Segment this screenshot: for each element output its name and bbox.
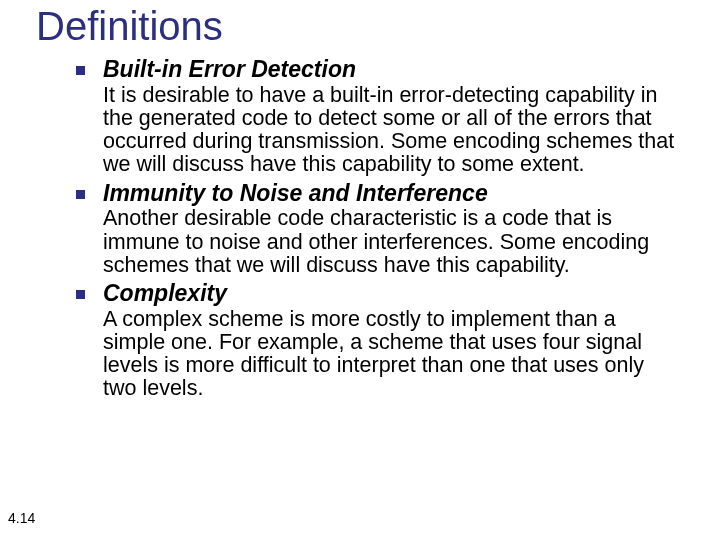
slide: Definitions Built-in Error Detection It … [0, 0, 720, 401]
item-heading: Complexity [103, 279, 227, 308]
list-item: Complexity A complex scheme is more cost… [76, 279, 682, 401]
item-body: Another desirable code characteristic is… [103, 207, 682, 277]
bullet-list: Built-in Error Detection It is desirable… [76, 55, 682, 401]
square-bullet-icon [76, 290, 85, 299]
square-bullet-icon [76, 190, 85, 199]
list-item: Built-in Error Detection It is desirable… [76, 55, 682, 177]
item-heading: Built-in Error Detection [103, 55, 356, 84]
item-body: A complex scheme is more costly to imple… [103, 308, 682, 401]
slide-title: Definitions [36, 4, 692, 49]
page-number: 4.14 [8, 510, 35, 526]
item-heading: Immunity to Noise and Interference [103, 179, 488, 208]
item-body: It is desirable to have a built-in error… [103, 84, 682, 177]
list-item: Immunity to Noise and Interference Anoth… [76, 179, 682, 277]
square-bullet-icon [76, 66, 85, 75]
